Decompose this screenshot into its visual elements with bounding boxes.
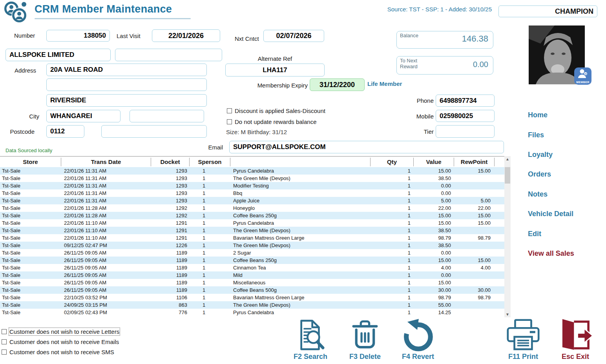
contact-pref-row[interactable]: Customer does not wish to receive Letter… — [2, 328, 119, 335]
tier-label: Tier — [400, 128, 434, 135]
table-row[interactable]: Tst-Sale22/01/26 11:10 AM12911The Green … — [0, 227, 511, 234]
contact-pref-row[interactable]: Customer does not wish to receive SMS — [2, 349, 114, 355]
table-row[interactable]: Tst-Sale22/01/26 11:10 AM12911Pyrus Cand… — [0, 219, 511, 227]
table-cell: 1 — [190, 234, 230, 242]
table-row[interactable]: Tst-Sale26/11/25 09:05 AM11891Cinnamon T… — [0, 264, 511, 271]
table-cell: 15.00 — [454, 257, 495, 264]
table-row[interactable]: Tst-Sale22/01/26 11:10 AM12911Bavarian M… — [0, 234, 511, 242]
email-field[interactable]: SUPPORT@ALLSPOKE.COM — [229, 141, 504, 153]
table-row[interactable]: Tst-Sale22/01/26 11:28 AM12921Honeyglo12… — [0, 204, 511, 212]
address3-field[interactable]: RIVERSIDE — [46, 94, 207, 107]
column-header-sperson[interactable]: Sperson — [190, 158, 230, 166]
scrollbar-thumb[interactable] — [505, 167, 510, 184]
sidebar-item-vehicle-detail[interactable]: Vehicle Detail — [528, 210, 573, 218]
table-row[interactable]: Tst-Sale22/01/26 11:31 AM12931The Green … — [0, 175, 511, 182]
table-row[interactable]: Tst-Sale22/01/26 11:31 AM12931Modifier T… — [0, 182, 511, 189]
table-row[interactable]: Tst-Sale26/11/25 09:05 AM11891Mild10.00 — [0, 271, 511, 279]
table-row[interactable]: Tst-Sale24/09/25 03:15 PM8631The Green M… — [0, 301, 511, 309]
company-name2-field[interactable] — [115, 49, 222, 61]
balance-box[interactable]: Balance 146.38 — [396, 31, 493, 49]
table-cell: 1189 — [151, 271, 190, 279]
f4-revert-button[interactable]: F4 Revert — [401, 318, 435, 361]
sidebar-item-edit[interactable]: Edit — [528, 230, 541, 238]
number-field[interactable]: 138050 — [46, 30, 110, 42]
table-cell: Cinnamon Tea — [230, 264, 371, 271]
column-header-value[interactable]: Value — [414, 158, 454, 166]
table-cell: Tst-Sale — [0, 234, 61, 242]
table-cell: 5.00 — [454, 197, 495, 204]
nxt-cntct-field[interactable]: 02/07/2026 — [263, 30, 324, 42]
column-header-qty[interactable]: Qty — [371, 158, 414, 166]
table-row[interactable]: Tst-Sale26/11/25 09:05 AM11891Coffee Bea… — [0, 286, 511, 294]
to-next-reward-label: To Next Reward — [400, 58, 427, 69]
discount-checkbox[interactable] — [227, 108, 232, 113]
tier-field[interactable] — [436, 125, 495, 138]
table-cell: 30.00 — [454, 286, 495, 294]
table-row[interactable]: Tst-Sale26/11/25 09:05 AM11891Miscellane… — [0, 279, 511, 286]
scroll-down-icon[interactable]: ▼ — [504, 311, 511, 317]
f3-delete-button[interactable]: F3 Delete — [349, 318, 381, 361]
sidebar-item-loyalty[interactable]: Loyalty — [528, 151, 553, 159]
column-header-rewpoint[interactable]: RewPoint — [454, 158, 495, 166]
column-header-trans-date[interactable]: Trans Date — [61, 158, 151, 166]
sidebar-item-home[interactable]: Home — [528, 111, 548, 119]
company-name-field[interactable]: ALLSPOKE LIMITED — [5, 49, 111, 61]
table-row[interactable]: Tst-Sale22/01/26 11:31 AM12931Bbq10.00 — [0, 189, 511, 197]
phone-field[interactable]: 6498897734 — [436, 95, 495, 107]
table-cell: 1293 — [151, 197, 190, 204]
city2-field[interactable] — [130, 110, 204, 122]
table-cell: 1 — [371, 286, 414, 294]
crm-member-maintenance-window: CRM Member Maintenance Source: TST - SSP… — [0, 0, 606, 364]
sidebar-item-files[interactable]: Files — [528, 131, 544, 139]
table-cell: 55.00 — [414, 301, 454, 309]
table-cell: 1 — [190, 212, 230, 219]
f2-search-button[interactable]: F2 Search — [294, 318, 327, 361]
contact-pref-checkbox[interactable] — [2, 349, 7, 355]
alternate-ref-field[interactable]: LHA117 — [225, 64, 325, 76]
scroll-up-icon[interactable]: ▲ — [504, 156, 511, 162]
table-cell: Tst-Sale — [0, 249, 61, 257]
table-row[interactable]: Tst-Sale02/09/25 02:43 PM7761Pyrus Cande… — [0, 309, 511, 316]
table-row[interactable]: Tst-Sale26/11/25 09:05 AM11891Coffee Bea… — [0, 257, 511, 264]
column-header-store[interactable]: Store — [0, 158, 61, 166]
table-scrollbar[interactable]: ▲ ▼ — [504, 156, 511, 317]
to-next-reward-box[interactable]: To Next Reward 0.00 — [396, 56, 493, 75]
table-row[interactable]: Tst-Sale22/01/26 11:28 AM12921Coffee Bea… — [0, 212, 511, 219]
column-header-docket[interactable]: Docket — [151, 158, 190, 166]
contact-pref-label: Customer does not wish to receive SMS — [9, 349, 114, 355]
city-field[interactable]: WHANGAREI — [46, 110, 120, 122]
table-cell: 22.00 — [414, 204, 454, 212]
mobile-field[interactable]: 025980025 — [436, 110, 495, 122]
postcode2-field[interactable] — [101, 125, 207, 138]
member-level-field[interactable]: CHAMPION — [498, 5, 597, 17]
table-row[interactable]: Tst-Sale22/10/25 03:52 PM11061Bavarian M… — [0, 294, 511, 301]
sidebar-item-view-all-sales[interactable]: View all Sales — [528, 249, 574, 258]
address1-field[interactable]: 20A VALE ROAD — [46, 64, 207, 76]
table-cell: 1 — [371, 219, 414, 227]
discount-checkbox-row[interactable]: Discount is applied Sales-Discount — [227, 107, 325, 114]
esc-exit-button[interactable]: Esc Exit — [557, 318, 593, 361]
table-row[interactable]: Tst-Sale22/01/26 11:31 AM12931Apple Juic… — [0, 197, 511, 204]
last-visit-field[interactable]: 22/01/2026 — [152, 29, 220, 42]
rewards-checkbox[interactable] — [227, 119, 232, 124]
table-body: Tst-Sale22/01/26 11:31 AM12931Pyrus Cand… — [0, 167, 511, 316]
sidebar-item-orders[interactable]: Orders — [528, 170, 551, 178]
table-cell: Tst-Sale — [0, 189, 61, 197]
membership-expiry-field[interactable]: 31/12/2200 — [310, 78, 365, 91]
table-cell: 1189 — [151, 264, 190, 271]
table-row[interactable]: Tst-Sale22/01/26 11:31 AM12931Pyrus Cand… — [0, 167, 511, 175]
table-cell: 1 — [371, 227, 414, 234]
address2-field[interactable] — [46, 78, 207, 91]
f11-print-button[interactable]: F11 Print — [504, 318, 542, 361]
table-row[interactable]: Tst-Sale09/12/25 02:47 PM12261The Green … — [0, 242, 511, 249]
contact-pref-row[interactable]: Customer does not wish to receive Emails — [2, 339, 119, 345]
rewards-checkbox-row[interactable]: Do not update rewards balance — [227, 118, 316, 125]
postcode-field[interactable]: 0112 — [46, 125, 84, 138]
sidebar-item-notes[interactable]: Notes — [528, 190, 548, 198]
contact-pref-checkbox[interactable] — [2, 329, 7, 334]
table-cell: 26/11/25 09:05 AM — [61, 271, 151, 279]
contact-pref-checkbox[interactable] — [2, 339, 7, 344]
column-header-spacer[interactable] — [230, 158, 371, 166]
table-cell: 1 — [190, 286, 230, 294]
table-row[interactable]: Tst-Sale26/11/25 09:05 AM118912 Sugar10.… — [0, 249, 511, 257]
